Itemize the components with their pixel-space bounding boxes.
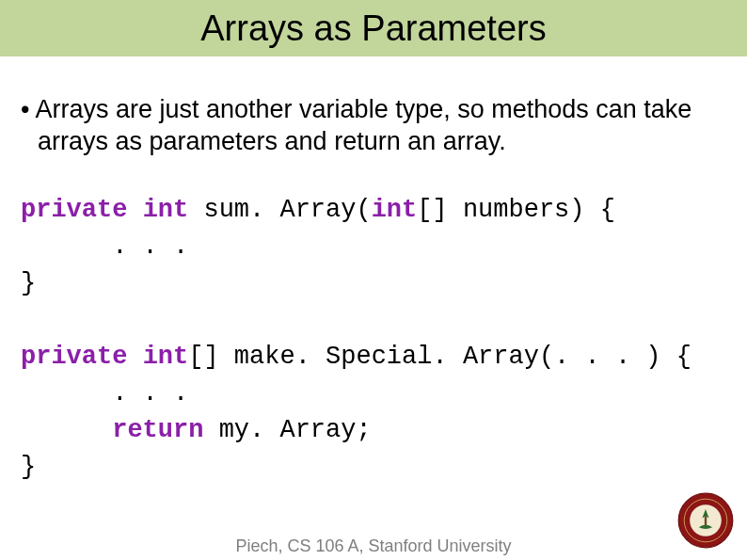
code-text: my. Array;: [203, 416, 371, 444]
code-block-1: private int sum. Array(int[] numbers) { …: [21, 192, 726, 487]
svg-rect-3: [705, 516, 707, 526]
footer-text: Piech, CS 106 A, Stanford University: [0, 536, 747, 556]
code-close: }: [21, 269, 36, 297]
keyword-private: private: [21, 343, 127, 371]
title-bar: Arrays as Parameters: [0, 0, 747, 56]
keyword-private: private: [21, 196, 127, 224]
code-text: sum. Array(: [188, 196, 371, 224]
slide-title: Arrays as Parameters: [200, 8, 546, 49]
slide-body: Arrays are just another variable type, s…: [21, 94, 726, 487]
code-ellipsis: . . .: [21, 232, 188, 261]
keyword-int: int: [372, 196, 418, 224]
bullet-1: Arrays are just another variable type, s…: [21, 94, 726, 158]
stanford-seal-icon: [677, 492, 734, 549]
code-close: }: [21, 453, 36, 481]
keyword-int: int: [143, 196, 189, 224]
code-text: [] make. Special. Array(. . . ) {: [188, 343, 691, 371]
code-ellipsis: . . .: [21, 379, 188, 408]
keyword-int: int: [143, 343, 189, 371]
keyword-return: return: [112, 416, 203, 444]
code-text: [] numbers) {: [417, 196, 615, 224]
